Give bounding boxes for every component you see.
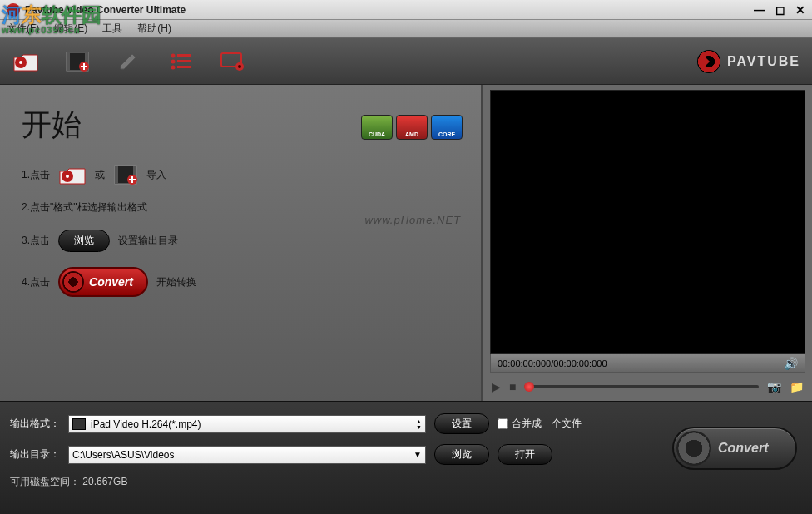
output-panel: 输出格式： iPad Video H.264(*.mp4) ▲▼ 设置 合并成一…: [0, 401, 812, 514]
svg-rect-18: [115, 166, 118, 184]
convert-demo-button[interactable]: Convert: [58, 267, 148, 297]
open-folder-button[interactable]: 📁: [790, 380, 804, 393]
folder-disc-icon[interactable]: [58, 164, 87, 185]
disk-label: 可用磁盘空间：: [10, 476, 80, 487]
step-1: 1.点击 或 导入: [22, 164, 459, 185]
step3-prefix: 3.点击: [22, 234, 50, 248]
nvidia-badge: CUDA: [361, 115, 393, 140]
convert-button[interactable]: Convert: [672, 427, 797, 470]
folder-disc-icon: [12, 51, 39, 72]
main-content: 开始 CUDA AMD CORE 1.点击 或 导入 2.点击"格式"框选择输出…: [0, 85, 812, 401]
film-add-icon[interactable]: [113, 164, 138, 185]
start-panel: 开始 CUDA AMD CORE 1.点击 或 导入 2.点击"格式"框选择输出…: [0, 85, 481, 401]
preview-panel: 00:00:00:000/00:00:00:000 🔊 ▶ ■ 📷 📁: [481, 85, 812, 401]
film-add-icon: [65, 51, 90, 72]
window-title: Pavtube Video Converter Ultimate: [25, 4, 754, 16]
dir-dropdown-icon: ▼: [413, 450, 422, 459]
format-value: iPad Video H.264(*.mp4): [91, 418, 201, 430]
open-button[interactable]: 打开: [498, 444, 552, 465]
step-4: 4.点击 Convert 开始转换: [22, 267, 459, 297]
browse-button[interactable]: 浏览: [434, 444, 489, 465]
timecode-bar: 00:00:00:000/00:00:00:000 🔊: [490, 354, 805, 373]
svg-rect-3: [67, 52, 70, 71]
step4-suffix: 开始转换: [156, 275, 196, 289]
convert-label: Convert: [718, 441, 768, 456]
menu-file[interactable]: 文件(F): [7, 22, 39, 36]
brand-logo: PAVTUBE: [697, 50, 800, 73]
dir-value: C:\Users\ASUS\Videos: [72, 449, 175, 461]
load-file-button[interactable]: [12, 49, 40, 74]
list-icon: [169, 52, 192, 72]
edit-button[interactable]: [115, 49, 143, 74]
format-label: 输出格式：: [10, 417, 60, 431]
format-spinner-icon: ▲▼: [416, 418, 422, 430]
menu-edit[interactable]: 编辑(E): [54, 22, 87, 36]
stop-button[interactable]: ■: [509, 380, 516, 393]
list-button[interactable]: [166, 49, 195, 74]
play-button[interactable]: ▶: [492, 380, 501, 393]
title-bar: Pavtube Video Converter Ultimate — ◻ ✕: [0, 0, 812, 20]
snapshot-button[interactable]: 📷: [767, 380, 781, 393]
step2-text: 2.点击"格式"框选择输出格式: [22, 200, 147, 215]
gpu-badges: CUDA AMD CORE: [361, 115, 463, 140]
volume-icon[interactable]: 🔊: [784, 357, 798, 370]
disk-space: 可用磁盘空间： 20.667GB: [10, 475, 802, 489]
disk-value: 20.667GB: [82, 476, 127, 487]
step1-prefix: 1.点击: [22, 168, 50, 182]
svg-rect-7: [177, 54, 191, 57]
step4-prefix: 4.点击: [22, 275, 50, 289]
dir-combo[interactable]: C:\Users\ASUS\Videos ▼: [68, 446, 426, 464]
phome-watermark: www.pHome.NET: [364, 214, 461, 226]
maximize-button[interactable]: ◻: [775, 3, 785, 17]
step-3: 3.点击 浏览 设置输出目录: [22, 230, 459, 252]
pencil-icon: [117, 51, 141, 72]
toolbar: PAVTUBE: [0, 38, 812, 85]
amd-badge: AMD: [396, 115, 428, 140]
intel-badge: CORE: [431, 115, 463, 140]
timecode-text: 00:00:00:000/00:00:00:000: [498, 358, 607, 368]
svg-point-6: [171, 53, 176, 57]
svg-point-1: [19, 61, 22, 64]
svg-point-14: [238, 65, 241, 68]
screen-button[interactable]: [218, 49, 246, 74]
minimize-button[interactable]: —: [754, 3, 765, 17]
menu-bar: 文件(F) 编辑(E) 工具 帮助(H): [0, 20, 812, 38]
close-button[interactable]: ✕: [795, 3, 805, 17]
pavtube-ring-icon: [697, 50, 720, 73]
convert-ring-icon: [62, 271, 84, 293]
step3-suffix: 设置输出目录: [118, 234, 178, 248]
format-combo[interactable]: iPad Video H.264(*.mp4) ▲▼: [68, 415, 426, 433]
menu-help[interactable]: 帮助(H): [137, 22, 171, 36]
video-preview: [490, 90, 805, 354]
format-thumb-icon: [72, 418, 86, 430]
step-2: 2.点击"格式"框选择输出格式: [22, 200, 459, 215]
add-video-button[interactable]: [63, 49, 92, 74]
svg-point-10: [171, 65, 176, 69]
convert-ring-icon: [676, 431, 711, 466]
merge-checkbox-input[interactable]: [498, 418, 508, 429]
browse-demo-button[interactable]: 浏览: [58, 230, 110, 252]
settings-button[interactable]: 设置: [434, 413, 489, 434]
merge-label: 合并成一个文件: [512, 417, 582, 431]
brand-text: PAVTUBE: [727, 54, 800, 69]
monitor-icon: [220, 52, 245, 72]
convert-demo-label: Convert: [89, 275, 133, 289]
menu-tools[interactable]: 工具: [102, 22, 122, 36]
app-icon: [7, 3, 20, 17]
step1-or: 或: [95, 168, 105, 182]
merge-checkbox[interactable]: 合并成一个文件: [498, 417, 582, 431]
player-controls: ▶ ■ 📷 📁: [490, 373, 805, 398]
svg-point-16: [66, 175, 69, 178]
seek-bar[interactable]: [524, 385, 759, 388]
step1-import: 导入: [146, 168, 166, 182]
svg-rect-11: [177, 66, 191, 68]
svg-rect-9: [177, 60, 191, 62]
dir-label: 输出目录：: [10, 447, 60, 462]
svg-point-8: [171, 59, 176, 63]
